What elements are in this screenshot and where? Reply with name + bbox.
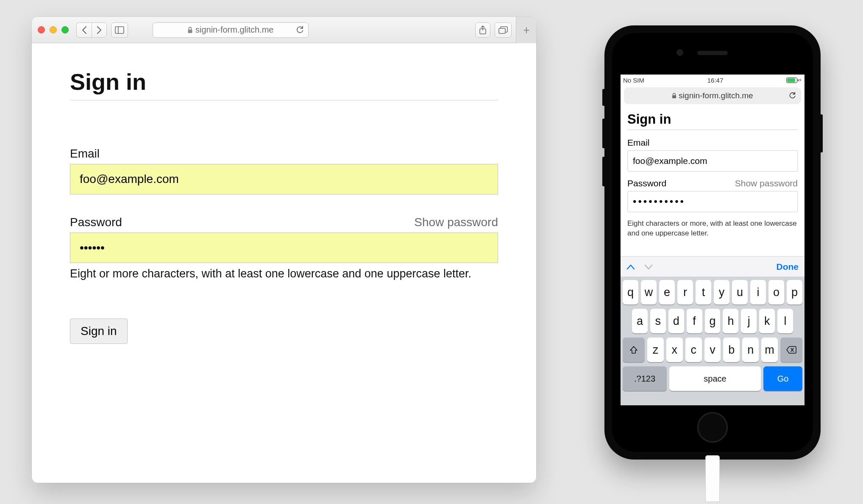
sidebar-button[interactable]	[111, 22, 128, 38]
ios-address-bar[interactable]: signin-form.glitch.me	[624, 87, 801, 104]
carrier-label: No SIM	[623, 77, 644, 84]
email-field-group: Email	[70, 147, 498, 194]
status-bar: No SIM 16:47 ⚡︎	[621, 75, 805, 86]
forward-button[interactable]	[92, 22, 107, 38]
iphone-bezel: No SIM 16:47 ⚡︎ signin-form.glitch.me Si…	[612, 33, 813, 452]
key-v[interactable]: v	[704, 338, 721, 362]
key-e[interactable]: e	[659, 280, 675, 305]
home-button[interactable]	[697, 412, 728, 443]
show-password-toggle[interactable]: Show password	[414, 216, 498, 229]
mobile-email-label: Email	[627, 138, 650, 148]
iphone-device: No SIM 16:47 ⚡︎ signin-form.glitch.me Si…	[604, 25, 821, 460]
key-p[interactable]: p	[787, 280, 802, 305]
key-k[interactable]: k	[759, 309, 775, 333]
tabs-button[interactable]	[495, 22, 512, 38]
mobile-signin-page: Sign in Email Password Show password Eig…	[621, 106, 805, 244]
charging-icon: ⚡︎	[799, 78, 802, 83]
key-j[interactable]: j	[741, 309, 757, 333]
numbers-key[interactable]: .?123	[623, 366, 667, 391]
key-y[interactable]: y	[714, 280, 729, 305]
keyboard-row-4: .?123 space Go	[623, 366, 802, 391]
key-s[interactable]: s	[650, 309, 666, 333]
password-label: Password	[70, 216, 122, 229]
lightning-cable	[705, 455, 720, 502]
go-key[interactable]: Go	[763, 366, 802, 391]
mobile-page-title: Sign in	[627, 112, 798, 127]
keyboard-accessory-bar: Done	[621, 256, 805, 277]
page-title: Sign in	[70, 69, 498, 95]
nav-buttons	[76, 22, 107, 38]
key-c[interactable]: c	[685, 338, 702, 362]
title-divider	[70, 100, 498, 100]
shift-key[interactable]	[623, 338, 645, 362]
safari-toolbar: signin-form.glitch.me ＋	[32, 17, 536, 43]
clock: 16:47	[707, 77, 724, 84]
share-button[interactable]	[475, 22, 490, 38]
key-b[interactable]: b	[723, 338, 740, 362]
lock-icon	[187, 27, 193, 33]
reload-button[interactable]	[296, 26, 304, 34]
keyboard-row-3: zxcvbnm	[623, 338, 802, 362]
email-input[interactable]	[70, 164, 498, 194]
lock-icon	[672, 93, 676, 99]
mobile-show-password-toggle[interactable]: Show password	[735, 178, 798, 188]
backspace-key[interactable]	[780, 338, 802, 362]
key-m[interactable]: m	[761, 338, 778, 362]
key-f[interactable]: f	[687, 309, 702, 333]
key-g[interactable]: g	[705, 309, 721, 333]
ios-address-host: signin-form.glitch.me	[679, 91, 753, 100]
ios-reload-button[interactable]	[789, 92, 796, 100]
new-tab-button[interactable]: ＋	[516, 17, 536, 43]
key-a[interactable]: a	[632, 309, 648, 333]
signin-page: Sign in Email Password Show password Eig…	[32, 43, 536, 369]
safari-window: signin-form.glitch.me ＋ Sign in Email Pa…	[32, 17, 536, 483]
signin-button[interactable]: Sign in	[70, 318, 128, 344]
key-z[interactable]: z	[647, 338, 664, 362]
key-h[interactable]: h	[723, 309, 738, 333]
key-q[interactable]: q	[623, 280, 638, 305]
next-field-button[interactable]	[644, 264, 653, 270]
key-i[interactable]: i	[750, 280, 766, 305]
mobile-password-hint: Eight characters or more, with at least …	[627, 219, 798, 238]
ios-keyboard: qwertyuiop asdfghjkl zxcvbnm .?123 space…	[621, 277, 805, 405]
earpiece-speaker	[697, 51, 728, 55]
keyboard-row-3-letters: zxcvbnm	[647, 338, 778, 362]
password-input[interactable]	[70, 233, 498, 263]
mobile-title-divider	[627, 130, 798, 130]
keyboard-row-2: asdfghjkl	[623, 309, 802, 333]
key-o[interactable]: o	[768, 280, 784, 305]
password-hint: Eight or more characters, with at least …	[70, 267, 498, 280]
key-n[interactable]: n	[742, 338, 759, 362]
prev-field-button[interactable]	[626, 264, 635, 270]
svg-rect-0	[115, 27, 124, 33]
iphone-screen: No SIM 16:47 ⚡︎ signin-form.glitch.me Si…	[621, 75, 805, 405]
address-bar-host: signin-form.glitch.me	[195, 25, 274, 35]
zoom-window-button[interactable]	[61, 26, 69, 33]
battery-indicator: ⚡︎	[786, 78, 802, 83]
back-button[interactable]	[76, 22, 92, 38]
svg-rect-5	[499, 28, 505, 33]
key-u[interactable]: u	[732, 280, 748, 305]
mobile-password-label: Password	[627, 178, 666, 188]
key-r[interactable]: r	[677, 280, 693, 305]
battery-icon	[786, 78, 797, 83]
mobile-email-input[interactable]	[627, 150, 798, 172]
space-key[interactable]: space	[669, 366, 761, 391]
minimize-window-button[interactable]	[50, 26, 57, 33]
key-d[interactable]: d	[668, 309, 684, 333]
close-window-button[interactable]	[38, 26, 45, 33]
email-label: Email	[70, 147, 100, 161]
keyboard-row-1: qwertyuiop	[623, 280, 802, 305]
keyboard-done-button[interactable]: Done	[777, 262, 799, 272]
window-controls	[38, 26, 69, 33]
svg-rect-2	[188, 30, 192, 33]
password-field-group: Password Show password Eight or more cha…	[70, 216, 498, 280]
key-t[interactable]: t	[696, 280, 711, 305]
mobile-password-input[interactable]	[627, 191, 798, 212]
address-bar[interactable]: signin-form.glitch.me	[153, 22, 309, 38]
key-w[interactable]: w	[641, 280, 657, 305]
front-camera	[676, 49, 683, 56]
key-l[interactable]: l	[777, 309, 793, 333]
svg-rect-6	[672, 95, 676, 98]
key-x[interactable]: x	[666, 338, 683, 362]
